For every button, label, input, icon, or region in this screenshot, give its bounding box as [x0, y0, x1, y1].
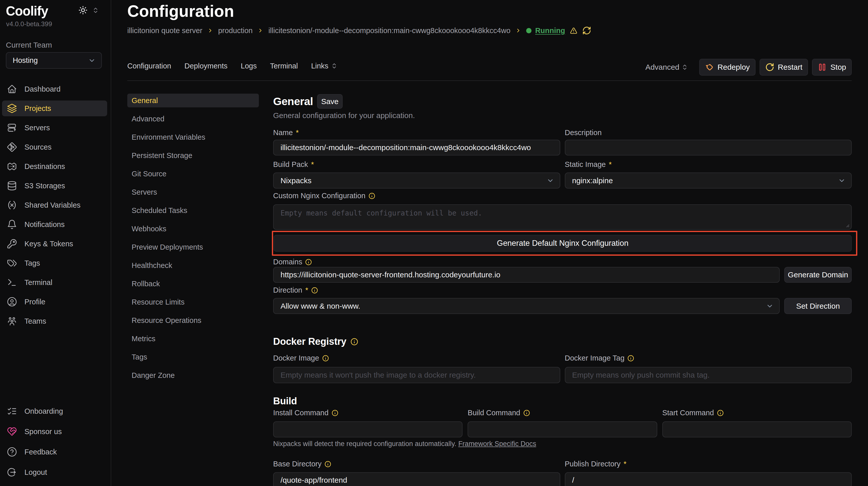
- sidebar-item-sponsor-us[interactable]: Sponsor us: [2, 423, 107, 440]
- publish-directory-input[interactable]: [565, 472, 852, 486]
- layers-icon: [7, 103, 17, 114]
- refresh-icon[interactable]: [582, 26, 591, 35]
- sidebar-item-s3-storages[interactable]: S3 Storages: [2, 178, 107, 194]
- sidebar-item-label: Sources: [25, 143, 52, 152]
- info-icon[interactable]: [311, 287, 318, 294]
- tab-configuration[interactable]: Configuration: [127, 62, 171, 70]
- breadcrumb-project[interactable]: illicitonion quote server: [127, 27, 203, 35]
- sidebar-item-logout[interactable]: Logout: [2, 464, 107, 480]
- server-icon: [7, 123, 17, 133]
- info-icon[interactable]: [717, 410, 724, 416]
- toolbar-actions: Advanced Redeploy Restart Stop: [645, 59, 852, 75]
- info-icon[interactable]: [350, 338, 358, 346]
- install-command-input[interactable]: [273, 421, 463, 438]
- framework-docs-link[interactable]: Framework Specific Docs: [458, 440, 536, 448]
- form-row-commands: Install Command Build Command Start Comm…: [273, 409, 852, 438]
- sidebar-item-label: Projects: [25, 104, 51, 113]
- sidebar-item-profile[interactable]: Profile: [2, 294, 107, 310]
- subnav-item-scheduled-tasks[interactable]: Scheduled Tasks: [127, 203, 259, 217]
- text-label: Git Source: [132, 170, 166, 178]
- direction-select[interactable]: Allow www & non-www.: [273, 298, 780, 314]
- app-logo: Coolify: [6, 4, 48, 18]
- tab-terminal[interactable]: Terminal: [270, 62, 298, 70]
- team-select[interactable]: Hosting: [6, 52, 102, 69]
- info-icon[interactable]: [369, 193, 375, 199]
- build-pack-select[interactable]: Nixpacks: [273, 172, 560, 189]
- breadcrumb-application[interactable]: illicitestonion/-module--decomposition:m…: [268, 27, 510, 35]
- main-content: Configuration illicitonion quote server …: [111, 0, 868, 486]
- subnav-item-environment-variables[interactable]: Environment Variables: [127, 130, 259, 144]
- subnav-item-tags[interactable]: Tags: [127, 350, 259, 364]
- subnav-item-webhooks[interactable]: Webhooks: [127, 222, 259, 236]
- subnav-item-preview-deployments[interactable]: Preview Deployments: [127, 240, 259, 254]
- info-icon[interactable]: [523, 410, 530, 416]
- sidebar-item-projects[interactable]: Projects: [2, 100, 107, 116]
- set-direction-button[interactable]: Set Direction: [784, 298, 852, 314]
- sidebar-item-notifications[interactable]: Notifications: [2, 217, 107, 232]
- description-input[interactable]: [565, 140, 852, 156]
- theme-chevrons-icon[interactable]: [92, 7, 99, 14]
- sidebar-item-feedback[interactable]: Feedback: [2, 444, 107, 460]
- subnav-item-danger-zone[interactable]: Danger Zone: [127, 368, 259, 382]
- domains-input[interactable]: [273, 267, 780, 283]
- theme-controls: [79, 6, 99, 15]
- sidebar: Coolify v4.0.0-beta.399 Current Team Hos…: [0, 0, 111, 486]
- docker-registry-title: Docker Registry: [273, 336, 346, 347]
- sidebar-item-label: Destinations: [25, 162, 65, 171]
- heart-handshake-icon: [7, 426, 17, 436]
- generate-nginx-button[interactable]: Generate Default Nginx Configuration: [274, 235, 852, 252]
- stop-button[interactable]: Stop: [812, 59, 852, 75]
- tab-links[interactable]: Links: [311, 62, 338, 70]
- resize-handle-icon[interactable]: [844, 222, 850, 228]
- subnav-item-resource-limits[interactable]: Resource Limits: [127, 295, 259, 309]
- redeploy-button[interactable]: Redeploy: [699, 59, 755, 75]
- subnav-item-servers[interactable]: Servers: [127, 185, 259, 199]
- sidebar-item-destinations[interactable]: Destinations: [2, 159, 107, 174]
- info-icon[interactable]: [627, 355, 634, 362]
- sidebar-item-shared-variables[interactable]: Shared Variables: [2, 197, 107, 213]
- sidebar-item-keys-tokens[interactable]: Keys & Tokens: [2, 236, 107, 252]
- name-input[interactable]: [273, 140, 560, 156]
- warning-icon[interactable]: [570, 27, 577, 34]
- sidebar-item-teams[interactable]: Teams: [2, 313, 107, 329]
- sidebar-item-onboarding[interactable]: Onboarding: [2, 403, 107, 419]
- status-label[interactable]: Running: [535, 27, 565, 35]
- theme-sun-icon[interactable]: [79, 6, 88, 15]
- tab-deployments[interactable]: Deployments: [185, 62, 227, 70]
- subnav-item-advanced[interactable]: Advanced: [127, 112, 259, 126]
- custom-nginx-textarea[interactable]: Empty means default configuration will b…: [273, 204, 852, 230]
- text-label: Description: [565, 129, 602, 137]
- text-label: Publish Directory: [565, 460, 621, 468]
- sidebar-item-sources[interactable]: Sources: [2, 139, 107, 155]
- text-label: Start Command: [662, 409, 714, 417]
- tab-logs[interactable]: Logs: [241, 62, 257, 70]
- sidebar-item-terminal[interactable]: Terminal: [2, 274, 107, 290]
- subnav-item-resource-operations[interactable]: Resource Operations: [127, 314, 259, 327]
- subnav-item-metrics[interactable]: Metrics: [127, 332, 259, 346]
- save-button[interactable]: Save: [317, 94, 343, 109]
- info-icon[interactable]: [332, 410, 338, 416]
- subnav-item-git-source[interactable]: Git Source: [127, 167, 259, 181]
- info-icon[interactable]: [322, 355, 329, 362]
- generate-domain-button[interactable]: Generate Domain: [784, 267, 852, 283]
- start-command-input[interactable]: [662, 421, 852, 438]
- info-icon[interactable]: [324, 461, 331, 467]
- build-command-input[interactable]: [468, 421, 657, 438]
- sidebar-item-dashboard[interactable]: Dashboard: [2, 81, 107, 97]
- subnav-item-general[interactable]: General: [127, 94, 259, 107]
- restart-button[interactable]: Restart: [760, 59, 808, 75]
- form-row-docker-image: Docker Image Docker Image Tag: [273, 354, 852, 383]
- docker-image-input[interactable]: [273, 367, 560, 383]
- subnav-item-rollback[interactable]: Rollback: [127, 277, 259, 291]
- content-area: General Advanced Environment Variables P…: [127, 94, 852, 486]
- docker-image-tag-input[interactable]: [565, 367, 852, 383]
- sidebar-item-servers[interactable]: Servers: [2, 120, 107, 136]
- sidebar-item-tags[interactable]: Tags: [2, 255, 107, 271]
- breadcrumb-environment[interactable]: production: [218, 27, 252, 35]
- base-directory-input[interactable]: [273, 472, 560, 486]
- info-icon[interactable]: [305, 259, 312, 265]
- advanced-dropdown[interactable]: Advanced: [645, 63, 688, 71]
- subnav-item-healthcheck[interactable]: Healthcheck: [127, 259, 259, 272]
- static-image-select[interactable]: nginx:alpine: [565, 172, 852, 189]
- subnav-item-persistent-storage[interactable]: Persistent Storage: [127, 149, 259, 162]
